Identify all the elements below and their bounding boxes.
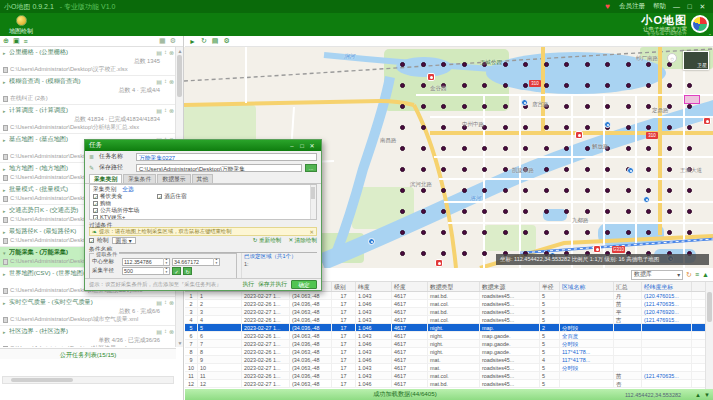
grid-point[interactable] (687, 125, 692, 130)
grid-point[interactable] (544, 62, 549, 67)
grid-point[interactable] (400, 104, 405, 109)
task-name-input[interactable]: 万能采集0227 (136, 153, 317, 161)
grid-point[interactable] (421, 104, 426, 109)
minimize-button[interactable]: — (670, 3, 683, 10)
grid-point[interactable] (503, 104, 508, 109)
grid-point[interactable] (544, 167, 549, 172)
checkbox-icon[interactable]: ✓ (93, 194, 98, 199)
grid-point[interactable] (687, 188, 692, 193)
close-icon[interactable]: ⊗ (169, 49, 174, 56)
grid-point[interactable] (646, 125, 651, 130)
grid-point[interactable] (441, 167, 446, 172)
tab-采集类别[interactable]: 采集类别 (89, 174, 122, 183)
dialog-close-button[interactable]: ✕ (307, 142, 317, 149)
grid-point[interactable] (523, 125, 528, 130)
grid-point[interactable] (605, 167, 610, 172)
chart-icon[interactable]: ↕ (164, 107, 167, 114)
close-icon[interactable]: ⊗ (169, 299, 174, 306)
task-item[interactable]: ▸实时空气质量 - (实时空气质量)▤↕⊗总数 6 · 完成6/6C:\User… (0, 297, 176, 326)
grid-point[interactable] (523, 62, 528, 67)
redraw-link[interactable]: ↻ 重新绘制 (253, 237, 282, 245)
grid-point[interactable] (626, 209, 631, 214)
grid-point[interactable] (564, 167, 569, 172)
draw-shape-select[interactable]: 圆形 ▾ (112, 237, 136, 244)
task-item[interactable]: ▸模糊音查询 - (模糊音查询)▤↕⊗总数 4 · 完成4/4在线纠正 (2条) (0, 76, 176, 105)
chart-icon[interactable]: ↕ (164, 299, 167, 306)
grid-point[interactable] (482, 251, 487, 256)
condition-name-input[interactable] (115, 246, 317, 253)
grid-point[interactable] (482, 83, 487, 88)
grid-point[interactable] (482, 104, 487, 109)
table-row[interactable]: 11112023-02-26 1...(34.036,-48171.043461… (185, 372, 713, 380)
grid-point[interactable] (687, 230, 692, 235)
grid-point[interactable] (462, 146, 467, 151)
checkbox-icon[interactable]: ✓ (93, 201, 98, 206)
export-map-icon[interactable]: ▤ (212, 37, 219, 45)
help-link[interactable]: 帮助 (653, 2, 666, 11)
grid-point[interactable] (646, 62, 651, 67)
scroll-thumb[interactable] (707, 292, 712, 322)
column-header[interactable]: 半径 (540, 282, 560, 291)
panel-scrollbar[interactable] (310, 185, 316, 219)
grid-point[interactable] (523, 188, 528, 193)
grid-point[interactable] (605, 104, 610, 109)
dialog-maximize-button[interactable]: □ (297, 143, 307, 149)
grid-point[interactable] (462, 104, 467, 109)
grid-point[interactable] (564, 230, 569, 235)
radius-stepper[interactable]: 500 ▴▾ (122, 267, 170, 275)
grid-point[interactable] (626, 230, 631, 235)
dialog-minimize-button[interactable]: – (287, 143, 297, 149)
chart-icon[interactable]: ↕ (164, 49, 167, 56)
column-header[interactable]: 纬度 (356, 282, 392, 291)
grid-point[interactable] (564, 209, 569, 214)
grid-point[interactable] (605, 83, 610, 88)
latitude-stepper[interactable]: 34.667172 ▴▾ (172, 258, 220, 266)
scroll-top-icon[interactable]: ▲ (695, 392, 704, 398)
refresh-map-icon[interactable]: ↻ (201, 37, 207, 45)
grid-point[interactable] (400, 146, 405, 151)
grid-point[interactable] (400, 209, 405, 214)
tip-close-icon[interactable]: ✕ (310, 229, 314, 235)
table-row[interactable]: 10102023-02-27 1...(34.063,-48171.043461… (185, 364, 713, 372)
grid-point[interactable] (687, 104, 692, 109)
task-path[interactable]: 在线纠正 (2条) (3, 94, 174, 103)
grid-point[interactable] (544, 146, 549, 151)
grid-point[interactable] (503, 125, 508, 130)
grid-point[interactable] (564, 83, 569, 88)
grid-point[interactable] (667, 230, 672, 235)
scroll-down-icon[interactable]: ▼ (176, 339, 184, 347)
grid-point[interactable] (585, 104, 590, 109)
close-icon[interactable]: ⊗ (169, 328, 174, 335)
grid-point[interactable] (564, 104, 569, 109)
poi-marker-icon[interactable] (604, 121, 611, 128)
maximize-button[interactable]: □ (683, 3, 696, 10)
grid-point[interactable] (462, 83, 467, 88)
metro-marker-icon[interactable] (575, 131, 583, 139)
grid-point[interactable] (523, 209, 528, 214)
save-icon[interactable]: ▦ (159, 37, 166, 45)
grid-point[interactable] (585, 188, 590, 193)
grid-point[interactable] (441, 146, 446, 151)
table-row[interactable]: 992023-02-26 1...(34.036,-48171.0464617m… (185, 356, 713, 364)
metro-marker-icon[interactable] (435, 259, 443, 267)
grid-point[interactable] (605, 230, 610, 235)
grid-point[interactable] (646, 104, 651, 109)
grid-point[interactable] (441, 188, 446, 193)
task-path[interactable]: C:\Users\Administrator\Desktop\社区边界.xml (3, 344, 174, 347)
grid-point[interactable] (646, 167, 651, 172)
grid-point[interactable] (462, 230, 467, 235)
grid-point[interactable] (462, 251, 467, 256)
poi-marker-icon[interactable] (627, 167, 634, 174)
grid-point[interactable] (605, 209, 610, 214)
tab-其他[interactable]: 其他 (192, 174, 214, 183)
grid-icon[interactable]: ▤ (156, 49, 162, 56)
grid-point[interactable] (503, 188, 508, 193)
region-list-item[interactable]: 1: (244, 261, 315, 268)
close-icon[interactable]: ⊗ (169, 107, 174, 114)
grid-point[interactable] (421, 62, 426, 67)
grid-point[interactable] (441, 104, 446, 109)
grid-icon[interactable]: ▤ (156, 78, 162, 85)
grid-point[interactable] (482, 209, 487, 214)
chart-icon[interactable]: ↕ (164, 78, 167, 85)
metro-marker-icon[interactable] (427, 73, 435, 81)
